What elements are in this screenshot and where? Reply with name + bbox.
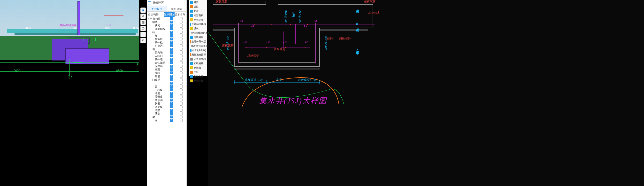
gear-icon[interactable]: ⚙: [140, 38, 146, 43]
tree-row[interactable]: 保温墙: [147, 64, 186, 68]
show-name-checkbox[interactable]: [180, 58, 182, 61]
show-name-checkbox[interactable]: [180, 27, 182, 30]
expand-icon[interactable]: -: [148, 18, 150, 20]
tree-row[interactable]: 暗梁: [147, 68, 186, 71]
tree-row[interactable]: 过梁: [147, 108, 186, 112]
show-element-checkbox[interactable]: [170, 105, 173, 108]
show-name-checkbox[interactable]: [180, 65, 182, 68]
expand-icon[interactable]: -: [150, 116, 152, 118]
show-element-checkbox[interactable]: [170, 68, 173, 71]
show-name-checkbox[interactable]: [180, 34, 182, 37]
tree-row[interactable]: 砌体加筋: [147, 61, 186, 64]
show-name-checkbox[interactable]: [180, 88, 182, 91]
show-name-checkbox[interactable]: [180, 105, 182, 108]
measure-item[interactable]: 矩形面积: [189, 13, 207, 18]
show-element-checkbox[interactable]: [170, 27, 173, 30]
show-name-checkbox[interactable]: [180, 116, 182, 118]
show-element-checkbox[interactable]: [170, 65, 173, 68]
show-element-checkbox[interactable]: [170, 48, 173, 50]
tree-row[interactable]: -门窗洞: [147, 78, 186, 82]
tab-floor-display[interactable]: 楼层显示: [167, 6, 187, 12]
col-show-element[interactable]: 显示图元: [164, 12, 174, 17]
tree-row[interactable]: -轴线: [147, 20, 186, 24]
tree-row[interactable]: 飘窗: [147, 102, 186, 105]
show-name-checkbox[interactable]: [180, 102, 182, 105]
show-element-checkbox[interactable]: [170, 85, 173, 88]
tree-row[interactable]: 砌体墙: [147, 58, 186, 61]
show-element-checkbox[interactable]: [170, 112, 173, 115]
measure-item[interactable]: 修改单个标注属性: [189, 44, 207, 48]
measure-item[interactable]: 面积(含弧线): [189, 48, 207, 52]
cad-drawing-view[interactable]: Ø14 @ 200 Ø14 @ 200 Ø14 @ 200 Ø14 @ 200 …: [208, 0, 644, 186]
show-name-checkbox[interactable]: [180, 98, 182, 102]
measure-item[interactable]: 连续测量: [189, 35, 207, 40]
show-element-checkbox[interactable]: [170, 41, 173, 44]
tree-row[interactable]: 梁: [147, 119, 186, 122]
tree-row[interactable]: 门: [147, 82, 186, 85]
show-name-checkbox[interactable]: [180, 112, 182, 115]
show-name-checkbox[interactable]: [180, 54, 182, 58]
show-name-checkbox[interactable]: [180, 38, 182, 40]
tree-row[interactable]: 砌体柱: [147, 41, 186, 44]
show-name-checkbox[interactable]: [180, 85, 182, 88]
layers-icon[interactable]: ≣: [140, 32, 146, 37]
show-element-checkbox[interactable]: [170, 44, 173, 47]
tree-row[interactable]: 人防门框墙: [147, 54, 186, 58]
show-name-checkbox[interactable]: [180, 72, 182, 74]
measure-item[interactable]: 测量角度: [189, 74, 207, 79]
measure-item[interactable]: 线性: [189, 4, 207, 9]
measure-item[interactable]: 测量填充面积: [189, 52, 207, 57]
show-element-checkbox[interactable]: [170, 54, 173, 58]
show-name-checkbox[interactable]: [180, 95, 182, 98]
measure-item[interactable]: 弧长: [189, 26, 207, 31]
col-show-name[interactable]: 显示名称: [174, 12, 185, 17]
show-name-checkbox[interactable]: [180, 61, 182, 64]
show-name-checkbox[interactable]: [180, 109, 182, 112]
expand-icon[interactable]: -: [150, 48, 152, 50]
show-name-checkbox[interactable]: [180, 44, 182, 47]
tree-row[interactable]: -柱: [147, 30, 186, 34]
measure-item[interactable]: 测量统计: [189, 79, 207, 83]
show-element-checkbox[interactable]: [170, 34, 173, 37]
show-element-checkbox[interactable]: [170, 82, 173, 84]
measure-item[interactable]: 测量圆: [189, 66, 207, 70]
show-name-checkbox[interactable]: [180, 51, 182, 54]
tree-row[interactable]: 窗: [147, 85, 186, 88]
model-3d-view[interactable]: 筏板楼地面混凝 1:100 10000 900 900 8800 10000 8…: [0, 0, 139, 186]
show-element-checkbox[interactable]: [170, 58, 173, 61]
box-icon[interactable]: ▢: [140, 26, 146, 31]
show-name-checkbox[interactable]: [180, 119, 182, 122]
show-element-checkbox[interactable]: [170, 109, 173, 112]
show-name-checkbox[interactable]: [180, 82, 182, 84]
show-name-checkbox[interactable]: [180, 48, 182, 50]
show-element-checkbox[interactable]: [170, 78, 173, 81]
expand-icon[interactable]: -: [150, 21, 152, 23]
measure-item[interactable]: 对齐: [189, 0, 207, 4]
tree-row[interactable]: 壁龛: [147, 112, 186, 115]
tree-row[interactable]: 幕墙: [147, 74, 186, 78]
show-element-checkbox[interactable]: [170, 95, 173, 98]
show-name-checkbox[interactable]: [180, 17, 182, 20]
tree-row[interactable]: 柱: [147, 34, 186, 37]
show-element-checkbox[interactable]: [170, 116, 173, 118]
measure-item[interactable]: 面积偏移: [189, 61, 207, 66]
component-tree[interactable]: -所有构件-轴线轴网辅助轴线-柱柱构造柱砌体柱约束边缘非阴…-墙剪力墙人防门框墙…: [147, 17, 186, 182]
tree-row[interactable]: 老虎窗: [147, 105, 186, 108]
show-name-checkbox[interactable]: [180, 68, 182, 71]
pan-icon[interactable]: ✥: [140, 14, 146, 19]
tree-row[interactable]: 门联窗: [147, 88, 186, 92]
show-element-checkbox[interactable]: [170, 72, 173, 74]
show-name-checkbox[interactable]: [180, 92, 182, 95]
measure-item[interactable]: 面积: [189, 9, 207, 13]
show-element-checkbox[interactable]: [170, 92, 173, 95]
show-element-checkbox[interactable]: [170, 102, 173, 105]
tree-row[interactable]: -墙: [147, 48, 186, 51]
measure-item[interactable]: 坐标标注: [189, 18, 207, 22]
measure-item[interactable]: 点到直线的距离: [189, 31, 207, 35]
show-element-checkbox[interactable]: [170, 61, 173, 64]
show-name-checkbox[interactable]: [180, 31, 182, 34]
orbit-icon[interactable]: ◉: [140, 8, 146, 13]
tree-row[interactable]: 墙垛: [147, 71, 186, 74]
show-name-checkbox[interactable]: [180, 75, 182, 78]
show-element-checkbox[interactable]: [170, 88, 173, 91]
